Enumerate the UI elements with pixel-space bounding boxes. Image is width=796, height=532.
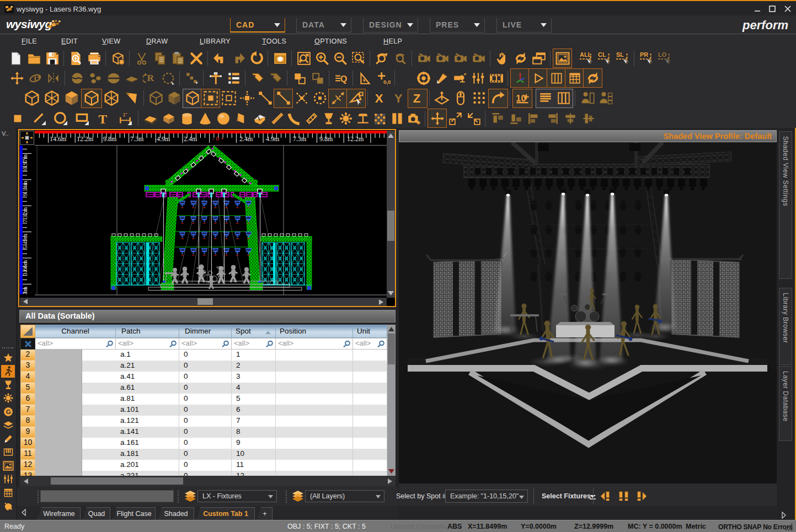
svg-text:LO: LO — [658, 51, 666, 58]
svg-text:2.4m: 2.4m — [239, 135, 253, 143]
svg-text:T: T — [98, 111, 107, 125]
svg-text:12.2m: 12.2m — [77, 135, 94, 143]
svg-text:9.8m: 9.8m — [319, 135, 333, 143]
svg-text:1.83m: 1.83m — [22, 287, 28, 294]
svg-text:- 0 +: - 0 + — [212, 135, 224, 142]
svg-text:3.66m: 3.66m — [22, 260, 28, 276]
svg-text:1”: 1” — [122, 111, 127, 117]
svg-text:9.14m: 9.14m — [22, 181, 28, 196]
svg-text:12.2m: 12.2m — [347, 135, 364, 143]
svg-text:4.9m: 4.9m — [266, 135, 280, 143]
svg-text:14.6m: 14.6m — [50, 135, 67, 143]
svg-text:7.32m: 7.32m — [22, 207, 28, 223]
svg-text:0,0: 0,0 — [383, 78, 391, 84]
svg-text:SL: SL — [616, 51, 624, 58]
svg-text:9.8m: 9.8m — [103, 135, 117, 143]
svg-text:7.3m: 7.3m — [293, 135, 307, 143]
svg-text:CL: CL — [598, 51, 606, 58]
svg-text:PR: PR — [640, 51, 648, 58]
svg-text:X: X — [375, 92, 383, 105]
svg-text:5.49m: 5.49m — [22, 234, 28, 249]
svg-text:G: G — [6, 408, 10, 415]
svg-text:Y: Y — [394, 92, 403, 105]
svg-text:Z: Z — [413, 92, 421, 105]
svg-text:4.9m: 4.9m — [157, 135, 170, 143]
svg-text:2.4m: 2.4m — [184, 135, 197, 143]
svg-text:10.97m: 10.97m — [22, 154, 28, 173]
svg-text:Q: Q — [340, 73, 347, 83]
svg-text:7.3m: 7.3m — [130, 135, 144, 143]
svg-text:10: 10 — [516, 93, 526, 103]
svg-text:ALL: ALL — [580, 51, 591, 58]
svg-text:R: R — [147, 73, 154, 83]
